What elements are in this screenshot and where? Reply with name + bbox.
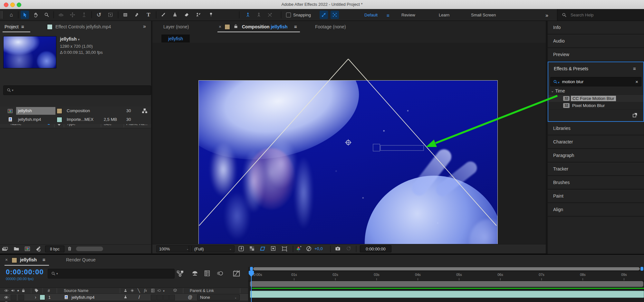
resolution-select[interactable]: (Full)⌄ [191, 245, 235, 252]
mask-visibility-icon[interactable] [259, 246, 266, 252]
effects-presets-title[interactable]: Effects & Presets [554, 66, 588, 71]
workspace-menu-icon[interactable]: ≡ [387, 13, 389, 18]
proxy-rocket-icon[interactable] [35, 246, 41, 252]
composition-image[interactable] [198, 80, 498, 248]
camera-tool-icon[interactable] [106, 11, 115, 19]
clear-search-icon[interactable]: × [635, 79, 638, 84]
panel-align[interactable]: Align [548, 203, 644, 217]
puppet-pin-tool-icon[interactable] [207, 11, 215, 19]
layer-rasterize-slash[interactable]: / [139, 294, 140, 300]
timeline-tab-render-queue[interactable]: Render Queue [66, 257, 96, 262]
shy-column-icon[interactable] [123, 288, 128, 293]
layer-expand-icon[interactable]: › [35, 295, 36, 300]
new-composition-icon[interactable] [24, 246, 30, 252]
workspace-default[interactable]: Default [364, 13, 378, 17]
comp-breadcrumb[interactable]: jellyfish [161, 34, 190, 43]
world-axis-mode-icon[interactable] [255, 11, 263, 19]
layer-quality-toggle[interactable] [151, 295, 157, 300]
fast-previews-icon[interactable] [238, 246, 244, 252]
layer-solo-toggle[interactable] [18, 295, 24, 300]
tab-layer[interactable]: Layer (none) [163, 24, 189, 29]
snapshot-camera-icon[interactable] [335, 246, 341, 251]
effects-group-time[interactable]: ⌄ Time [548, 87, 643, 95]
interpret-footage-icon[interactable] [2, 246, 8, 251]
panel-preview[interactable]: Preview [548, 48, 644, 62]
snapping-checkbox[interactable] [286, 13, 291, 17]
layer-duration-bar[interactable] [250, 291, 644, 298]
table-row-composition[interactable]: jellyfish Composition 30 [0, 107, 151, 115]
layer-audio-toggle[interactable] [11, 295, 16, 300]
playhead-marker[interactable] [249, 271, 254, 274]
search-dropdown-icon[interactable]: ▾ [558, 81, 560, 84]
navigator-end-handle[interactable] [640, 267, 643, 271]
eraser-tool-icon[interactable] [182, 11, 191, 19]
solo-column-icon[interactable]: ● [17, 288, 19, 292]
tab-composition[interactable]: Composition jellyfish [242, 24, 288, 29]
parent-pick-whip-icon[interactable]: @ [188, 295, 192, 300]
row-name[interactable]: jellyfish.mp4 [18, 117, 41, 122]
time-ruler[interactable]: 0:00s 01s 02s 03s 04s 05s 06s 07s 08s 09… [248, 271, 644, 281]
home-icon[interactable]: ⌂ [7, 11, 15, 19]
roto-brush-tool-icon[interactable] [194, 11, 202, 19]
rotate-tool-icon[interactable]: ↺ [95, 11, 103, 19]
keyframe-column-icon[interactable]: ╲ [138, 288, 140, 293]
label-column-tag-icon[interactable] [34, 288, 39, 293]
layer-motion-blur-toggle[interactable] [163, 295, 169, 300]
column-number[interactable]: # [48, 288, 50, 293]
pen-tool-icon[interactable] [133, 11, 141, 19]
exposure-value[interactable]: +0,0 [314, 246, 323, 251]
preview-time-display[interactable]: 0:00:00:00 [360, 245, 391, 252]
effect-item-cc-force-motion-blur[interactable]: 32 CC Force Motion Blur [548, 95, 643, 102]
graph-editor-icon[interactable] [233, 270, 240, 277]
show-snapshot-icon[interactable] [346, 246, 351, 251]
comp-panel-menu-icon[interactable]: ≡ [294, 24, 297, 29]
orbit-camera-icon[interactable] [57, 11, 65, 19]
column-parent-link[interactable]: Parent & Link [190, 288, 214, 293]
draft-3d-icon[interactable] [191, 270, 198, 277]
workspace-learn[interactable]: Learn [439, 13, 449, 17]
row-label-swatch[interactable] [57, 117, 62, 122]
tab-effect-controls[interactable]: Effect Controls jellyfish.mp4 [55, 24, 111, 29]
channel-rgb-icon[interactable] [295, 246, 302, 252]
workspace-small-screen[interactable]: Small Screen [471, 13, 496, 17]
type-tool-icon[interactable]: T [144, 11, 153, 19]
flowchart-icon[interactable] [142, 108, 148, 114]
layer-row-1[interactable]: › 1 jellyfish.mp4 / @ None⌄ [0, 293, 248, 301]
region-of-interest-icon[interactable] [270, 246, 276, 251]
dolly-camera-icon[interactable] [80, 11, 88, 19]
composition-thumbnail[interactable] [3, 36, 56, 68]
panel-audio[interactable]: Audio [548, 34, 644, 48]
horizontal-scrollbar[interactable] [76, 247, 103, 251]
hand-tool-icon[interactable] [32, 11, 40, 19]
trash-icon[interactable] [67, 246, 72, 251]
layer-shy-toggle[interactable] [123, 295, 128, 299]
timeline-search-input[interactable] [58, 271, 145, 277]
panel-paragraph[interactable]: Paragraph [548, 149, 644, 162]
panel-overflow-icon[interactable]: » [143, 24, 146, 29]
project-panel-menu-icon[interactable]: ≡ [21, 24, 24, 29]
effects-search-input[interactable] [562, 79, 627, 84]
composition-flowchart-icon[interactable] [177, 270, 184, 277]
playhead-marker-point[interactable] [249, 274, 254, 277]
layer-adjustment-toggle[interactable] [169, 295, 175, 300]
local-axis-mode-icon[interactable] [244, 11, 252, 19]
frame-blend-column-icon[interactable] [151, 288, 155, 293]
timeline-tab-jellyfish[interactable]: jellyfish [20, 257, 37, 262]
pan-camera-icon[interactable] [68, 11, 77, 19]
snap-features-toggle-icon[interactable] [331, 11, 339, 19]
new-panel-icon[interactable] [632, 112, 638, 118]
color-depth-button[interactable]: 8 bpc [45, 246, 64, 252]
comp-tab-close-icon[interactable]: × [219, 24, 221, 29]
lock-open-icon[interactable] [234, 24, 238, 29]
table-row-footage[interactable]: jellyfish.mp4 Importe...MEX 2,5 MB 30 [0, 115, 151, 124]
help-search-input[interactable] [570, 12, 636, 18]
motion-blur-column-icon[interactable] [157, 288, 161, 293]
panel-libraries[interactable]: Libraries [548, 122, 644, 135]
effects-panel-menu-icon[interactable]: ≡ [633, 66, 636, 71]
video-column-eye-icon[interactable] [4, 288, 9, 293]
selection-tool-icon[interactable] [21, 11, 29, 19]
current-time-display[interactable]: 0:00:00:00 [6, 268, 44, 276]
exposure-reset-icon[interactable] [306, 246, 312, 252]
frame-blending-icon[interactable] [204, 270, 211, 277]
project-search-input[interactable] [14, 88, 116, 93]
